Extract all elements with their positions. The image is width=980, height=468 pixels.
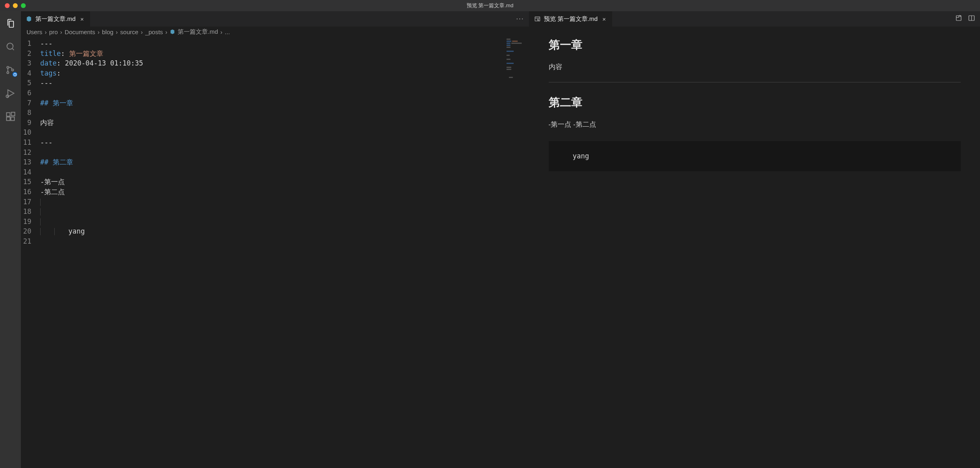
minimize-window-button[interactable] bbox=[13, 3, 18, 8]
window-titlebar: 预览 第一篇文章.md bbox=[0, 0, 980, 11]
extensions-icon[interactable] bbox=[1, 109, 20, 125]
svg-rect-8 bbox=[11, 117, 14, 121]
svg-point-5 bbox=[6, 95, 9, 98]
breadcrumb-item: ... bbox=[225, 29, 230, 35]
editor-tabbar: 第一篇文章.md × ··· bbox=[21, 11, 529, 27]
editor-tab[interactable]: 第一篇文章.md × bbox=[21, 11, 90, 27]
source-control-icon[interactable] bbox=[1, 62, 20, 78]
svg-point-11 bbox=[537, 19, 538, 20]
markdown-file-icon bbox=[26, 16, 32, 22]
preview-tab[interactable]: 预览 第一篇文章.md × bbox=[529, 11, 613, 27]
line-number-gutter: 1234567 891011121314 15161718192021 bbox=[21, 39, 40, 246]
chevron-right-icon: › bbox=[60, 29, 62, 35]
close-window-button[interactable] bbox=[5, 3, 10, 8]
chevron-right-icon: › bbox=[45, 29, 47, 35]
markdown-preview[interactable]: 第一章 内容 第二章 -第一点 -第二点 yang bbox=[529, 27, 980, 468]
chevron-right-icon: › bbox=[141, 29, 143, 35]
preview-tab-actions bbox=[950, 11, 980, 27]
search-icon[interactable] bbox=[1, 39, 20, 55]
svg-point-2 bbox=[7, 72, 9, 74]
show-source-icon[interactable] bbox=[955, 14, 962, 23]
markdown-file-icon bbox=[170, 29, 176, 35]
preview-paragraph: -第一点 -第二点 bbox=[549, 119, 961, 130]
preview-heading: 第一章 bbox=[549, 36, 961, 54]
editor-tab-label: 第一篇文章.md bbox=[35, 15, 76, 23]
preview-divider bbox=[549, 82, 961, 82]
chevron-right-icon: › bbox=[116, 29, 118, 35]
breadcrumb-item: pro bbox=[49, 29, 58, 35]
maximize-window-button[interactable] bbox=[21, 3, 26, 8]
breadcrumb-item: Documents bbox=[65, 29, 95, 35]
activity-bar bbox=[0, 11, 21, 468]
run-debug-icon[interactable] bbox=[1, 85, 20, 101]
preview-code-block: yang bbox=[549, 141, 961, 171]
breadcrumbs[interactable]: Users › pro › Documents › blog › source … bbox=[21, 27, 529, 37]
explorer-icon[interactable] bbox=[1, 15, 20, 31]
chevron-right-icon: › bbox=[165, 29, 167, 35]
editor-pane: 第一篇文章.md × ··· Users › pro › Documents ›… bbox=[21, 11, 529, 468]
breadcrumb-item: blog bbox=[102, 29, 113, 35]
preview-tab-label: 预览 第一篇文章.md bbox=[544, 15, 598, 23]
chevron-right-icon: › bbox=[220, 29, 222, 35]
split-editor-icon[interactable] bbox=[968, 14, 975, 23]
svg-rect-9 bbox=[11, 112, 15, 116]
svg-rect-7 bbox=[6, 117, 10, 121]
breadcrumb-item: source bbox=[120, 29, 138, 35]
preview-paragraph: 内容 bbox=[549, 62, 961, 72]
code-content[interactable]: --- title: 第一篇文章 date: 2020-04-13 01:10:… bbox=[40, 39, 529, 246]
breadcrumb-item: Users bbox=[27, 29, 42, 35]
close-tab-icon[interactable]: × bbox=[79, 16, 85, 23]
more-actions-icon[interactable]: ··· bbox=[516, 15, 524, 23]
svg-point-0 bbox=[7, 43, 13, 49]
preview-icon bbox=[534, 16, 541, 22]
window-title: 预览 第一篇文章.md bbox=[467, 2, 513, 9]
chevron-right-icon: › bbox=[98, 29, 100, 35]
traffic-lights bbox=[5, 3, 26, 8]
scm-pending-badge-icon bbox=[12, 72, 18, 77]
svg-point-1 bbox=[7, 66, 9, 68]
close-tab-icon[interactable]: × bbox=[601, 16, 607, 23]
svg-rect-6 bbox=[6, 113, 10, 116]
breadcrumb-item: 第一篇文章.md bbox=[170, 28, 218, 36]
preview-pane: 预览 第一篇文章.md × bbox=[529, 11, 980, 468]
breadcrumb-item: _posts bbox=[145, 29, 163, 35]
code-editor[interactable]: 1234567 891011121314 15161718192021 --- … bbox=[21, 37, 529, 468]
preview-tabbar: 预览 第一篇文章.md × bbox=[529, 11, 980, 27]
editor-tab-actions: ··· bbox=[511, 11, 529, 27]
preview-heading: 第二章 bbox=[549, 94, 961, 112]
